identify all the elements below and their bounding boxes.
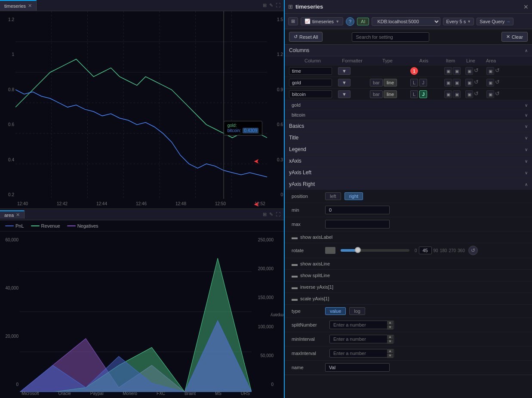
bitcoin-line-reset[interactable]: ↺ bbox=[474, 90, 479, 98]
type-log-btn[interactable]: log bbox=[349, 307, 365, 315]
gold-axis-l[interactable]: L bbox=[410, 79, 418, 86]
clear-button[interactable]: ✕ Clear bbox=[501, 32, 528, 42]
bitcoin-subsection-header[interactable]: bitcoin ∨ bbox=[285, 110, 532, 120]
min-interval-row: minInterval ▲ ▼ bbox=[285, 332, 532, 346]
max-interval-input[interactable] bbox=[329, 349, 394, 358]
bitcoin-line-1[interactable]: ▣ bbox=[465, 90, 473, 98]
area-y-axis-right: 250,000 200,000 150,000 100,000 50,000 0 bbox=[253, 236, 274, 389]
time-line-reset[interactable]: ↺ bbox=[474, 67, 479, 75]
area-tab-close-icon[interactable]: ✕ bbox=[16, 212, 20, 218]
bitcoin-axis-r[interactable]: J bbox=[419, 90, 427, 98]
bitcoin-col-input[interactable] bbox=[289, 90, 332, 98]
gold-col-input[interactable] bbox=[289, 79, 332, 86]
bitcoin-axis-l[interactable]: L bbox=[410, 90, 418, 98]
left-panel: timeseries ✕ ⊞ ✎ ⛶ 1.2 1 0.8 0.6 0.4 0.2 bbox=[0, 0, 284, 398]
search-input[interactable] bbox=[352, 32, 429, 42]
time-col-input[interactable] bbox=[289, 67, 332, 75]
min-interval-input[interactable] bbox=[329, 335, 394, 343]
gold-item-2[interactable]: ▣ bbox=[453, 79, 461, 86]
show-split-line-row: ▬ show splitLine bbox=[285, 270, 532, 281]
rotate-reset-btn[interactable]: ↺ bbox=[468, 246, 478, 255]
every-button[interactable]: Every 5 s ▼ bbox=[443, 18, 474, 25]
yaxis-right-header[interactable]: yAxis Right ∧ bbox=[285, 179, 532, 190]
show-split-line-minus[interactable]: ▬ bbox=[292, 272, 298, 279]
gold-axis-r[interactable]: J bbox=[419, 79, 427, 86]
chart-type-icon-btn[interactable]: ⊞ bbox=[288, 17, 298, 25]
save-query-button[interactable]: Save Query → bbox=[477, 18, 514, 25]
bitcoin-type-line[interactable]: line bbox=[384, 90, 397, 98]
every-dropdown: ▼ bbox=[467, 19, 471, 24]
gold-formatter-btn[interactable]: ▼ bbox=[338, 79, 351, 86]
columns-section-header[interactable]: Columns ∧ bbox=[285, 45, 532, 56]
area-fullscreen-icon[interactable]: ⛶ bbox=[276, 212, 280, 217]
help-button[interactable]: ? bbox=[346, 17, 354, 26]
bitcoin-type-bar[interactable]: bar bbox=[370, 90, 383, 98]
inverse-yaxis-minus[interactable]: ▬ bbox=[292, 284, 298, 290]
show-axis-label-row: ▬ show axisLabel bbox=[285, 231, 532, 243]
db-selector[interactable]: KDB:localhost:5000 bbox=[372, 17, 440, 26]
min-interval-up[interactable]: ▲ bbox=[387, 335, 393, 339]
gold-line-reset[interactable]: ↺ bbox=[474, 79, 479, 86]
edit-icon[interactable]: ✎ bbox=[269, 3, 273, 8]
bitcoin-subsection-chevron: ∨ bbox=[525, 113, 528, 117]
time-item-2[interactable]: ▣ bbox=[453, 67, 461, 75]
time-formatter-btn[interactable]: ▼ bbox=[338, 67, 351, 75]
tab-timeseries[interactable]: timeseries ✕ bbox=[0, 0, 37, 11]
time-area-1[interactable]: ▣ bbox=[486, 67, 494, 75]
basics-header[interactable]: Basics ∨ bbox=[285, 120, 532, 132]
min-input[interactable] bbox=[325, 206, 390, 214]
scale-yaxis-text: scale yAxis[1] bbox=[300, 296, 329, 301]
split-number-input[interactable] bbox=[329, 321, 394, 329]
gold-type-line[interactable]: line bbox=[384, 79, 397, 86]
red-arrow-1: ➤ bbox=[254, 157, 259, 166]
xaxis-header[interactable]: xAxis ∨ bbox=[285, 155, 532, 167]
time-item-1[interactable]: ▣ bbox=[444, 67, 452, 75]
min-interval-down[interactable]: ▼ bbox=[387, 339, 393, 344]
tab-area[interactable]: area ✕ bbox=[0, 210, 25, 219]
bitcoin-item-2[interactable]: ▣ bbox=[453, 90, 461, 98]
area-expand-icon[interactable]: ⊞ bbox=[263, 212, 267, 217]
tab-close-icon[interactable]: ✕ bbox=[28, 3, 32, 9]
close-right-icon[interactable]: ✕ bbox=[523, 3, 529, 10]
ai-button[interactable]: AI bbox=[357, 18, 369, 25]
split-number-up[interactable]: ▲ bbox=[387, 321, 393, 325]
position-right-btn[interactable]: right bbox=[344, 192, 363, 200]
time-line-1[interactable]: ▣ bbox=[465, 67, 473, 75]
gold-area-1[interactable]: ▣ bbox=[486, 79, 494, 86]
max-input[interactable] bbox=[325, 220, 390, 228]
y-axis-company-label: Company bbox=[271, 312, 284, 317]
name-input[interactable] bbox=[325, 363, 390, 372]
yaxis-left-header[interactable]: yAxis Left ∨ bbox=[285, 167, 532, 178]
title-header[interactable]: Title ∨ bbox=[285, 132, 532, 143]
time-area-reset[interactable]: ↺ bbox=[495, 67, 500, 75]
legend-label: Legend bbox=[289, 146, 306, 152]
legend-header[interactable]: Legend ∨ bbox=[285, 144, 532, 155]
bitcoin-formatter-btn[interactable]: ▼ bbox=[338, 90, 351, 98]
expand-icon[interactable]: ⊞ bbox=[263, 3, 267, 8]
area-edit-icon[interactable]: ✎ bbox=[269, 212, 273, 217]
rotate-value-box[interactable]: 45 bbox=[419, 247, 432, 254]
bitcoin-item-1[interactable]: ▣ bbox=[444, 90, 452, 98]
split-number-down[interactable]: ▼ bbox=[387, 325, 393, 330]
type-value-btn[interactable]: value bbox=[325, 307, 346, 315]
max-interval-up[interactable]: ▲ bbox=[387, 349, 393, 353]
reset-all-button[interactable]: ↺ Reset All bbox=[289, 32, 323, 42]
bitcoin-area-reset[interactable]: ↺ bbox=[495, 90, 500, 98]
bitcoin-area-1[interactable]: ▣ bbox=[486, 90, 494, 98]
chart-type-selector[interactable]: 📈 timeseries ▼ bbox=[301, 17, 343, 25]
scale-yaxis-minus[interactable]: ▬ bbox=[292, 295, 298, 302]
show-axis-line-minus[interactable]: ▬ bbox=[292, 260, 298, 267]
gold-line-1[interactable]: ▣ bbox=[465, 79, 473, 86]
rotate-slider-container[interactable] bbox=[341, 249, 409, 252]
fullscreen-icon[interactable]: ⛶ bbox=[276, 3, 280, 8]
column-row-time: ▼ 1 ▣ ▣ ▣ ↺ ▣ bbox=[285, 65, 532, 77]
gold-area-reset[interactable]: ↺ bbox=[495, 79, 500, 86]
area-chart: 60,000 40,000 20,000 0 250,000 200,000 1… bbox=[0, 231, 284, 398]
show-axis-label-minus[interactable]: ▬ bbox=[292, 234, 298, 241]
gold-item-1[interactable]: ▣ bbox=[444, 79, 452, 86]
gold-type-bar[interactable]: bar bbox=[370, 79, 383, 86]
position-left-btn[interactable]: left bbox=[325, 192, 341, 200]
max-interval-down[interactable]: ▼ bbox=[387, 354, 393, 358]
rotate-label: rotate bbox=[292, 248, 322, 253]
gold-subsection-header[interactable]: gold ∨ bbox=[285, 100, 532, 110]
